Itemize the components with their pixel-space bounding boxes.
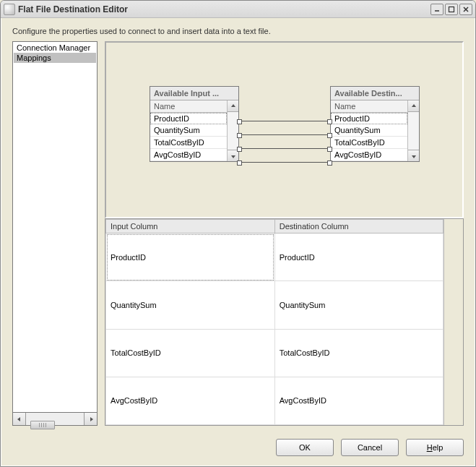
available-input-box[interactable]: Available Input ... Name ProductID Quant… xyxy=(150,86,239,162)
scroll-thumb[interactable] xyxy=(30,421,55,429)
mapping-grid[interactable]: Input Column Destination Column ProductI… xyxy=(105,219,443,425)
svg-rect-1 xyxy=(449,7,454,12)
cell-input[interactable]: TotalCostByID xyxy=(106,329,275,377)
grid-header-destination[interactable]: Destination Column xyxy=(274,220,443,234)
mapping-canvas: Available Input ... Name ProductID Quant… xyxy=(105,41,464,218)
grid-right-gutter xyxy=(443,219,463,425)
mapping-grid-wrapper: Input Column Destination Column ProductI… xyxy=(105,218,464,426)
input-row[interactable]: TotalCostByID xyxy=(150,137,227,149)
dialog-buttons: OK Cancel Help xyxy=(1,432,475,466)
scroll-up-button[interactable] xyxy=(228,100,238,112)
input-row[interactable]: QuantitySum xyxy=(150,124,227,137)
scroll-up-button[interactable] xyxy=(408,100,419,112)
svg-marker-9 xyxy=(412,155,416,158)
dest-row[interactable]: AvgCostByID xyxy=(331,149,407,161)
cell-dest[interactable]: TotalCostByID xyxy=(274,329,443,377)
grid-header-input[interactable]: Input Column xyxy=(106,220,275,234)
help-button[interactable]: Help xyxy=(406,439,464,456)
cell-dest[interactable]: ProductID xyxy=(274,234,443,281)
cancel-button[interactable]: Cancel xyxy=(341,439,399,456)
mapping-line[interactable] xyxy=(239,134,330,135)
scroll-left-button[interactable] xyxy=(13,413,26,425)
input-row[interactable]: AvgCostByID xyxy=(150,149,227,161)
mapping-line[interactable] xyxy=(239,121,330,121)
cell-dest[interactable]: QuantitySum xyxy=(274,281,443,329)
nav-list[interactable]: Connection Manager Mappings xyxy=(12,41,98,413)
input-row[interactable]: ProductID xyxy=(150,113,227,124)
available-destination-box[interactable]: Available Destin... Name ProductID Quant… xyxy=(330,86,420,162)
dest-col-header: Name xyxy=(331,100,407,113)
maximize-button[interactable] xyxy=(445,4,458,15)
table-row[interactable]: ProductID ProductID xyxy=(106,234,443,281)
mapping-line[interactable] xyxy=(239,148,330,149)
nav-item-connection-manager[interactable]: Connection Manager xyxy=(14,43,96,53)
nav-item-mappings[interactable]: Mappings xyxy=(14,53,96,63)
table-row[interactable]: TotalCostByID TotalCostByID xyxy=(106,329,443,377)
window-title: Flat File Destination Editor xyxy=(18,4,128,14)
available-dest-header: Available Destin... xyxy=(331,87,419,100)
mapping-line[interactable] xyxy=(239,162,330,163)
dest-vertical-scrollbar[interactable] xyxy=(407,100,419,161)
app-icon xyxy=(4,4,15,15)
dest-row[interactable]: TotalCostByID xyxy=(331,137,407,149)
table-row[interactable]: AvgCostByID AvgCostByID xyxy=(106,377,443,424)
dialog-window: Flat File Destination Editor Configure t… xyxy=(0,0,476,467)
cell-input[interactable]: QuantitySum xyxy=(106,281,275,329)
scroll-down-button[interactable] xyxy=(408,150,419,161)
input-col-header: Name xyxy=(150,100,227,113)
svg-marker-5 xyxy=(90,417,93,421)
dest-row[interactable]: ProductID xyxy=(331,113,407,124)
ok-button[interactable]: OK xyxy=(276,439,334,456)
nav-horizontal-scrollbar[interactable] xyxy=(12,413,98,426)
svg-marker-8 xyxy=(412,104,416,107)
table-row[interactable]: QuantitySum QuantitySum xyxy=(106,281,443,329)
minimize-button[interactable] xyxy=(430,4,443,15)
dest-row[interactable]: QuantitySum xyxy=(331,124,407,137)
titlebar[interactable]: Flat File Destination Editor xyxy=(1,1,475,18)
svg-marker-6 xyxy=(231,104,235,107)
svg-marker-4 xyxy=(17,417,20,421)
svg-marker-7 xyxy=(231,155,235,158)
input-vertical-scrollbar[interactable] xyxy=(227,100,238,161)
close-button[interactable] xyxy=(459,4,472,15)
description-text: Configure the properties used to connect… xyxy=(1,18,475,41)
cell-dest[interactable]: AvgCostByID xyxy=(274,377,443,424)
scroll-right-button[interactable] xyxy=(84,413,97,425)
cell-input[interactable]: AvgCostByID xyxy=(106,377,275,424)
available-input-header: Available Input ... xyxy=(150,87,238,100)
cell-input[interactable]: ProductID xyxy=(106,234,275,281)
